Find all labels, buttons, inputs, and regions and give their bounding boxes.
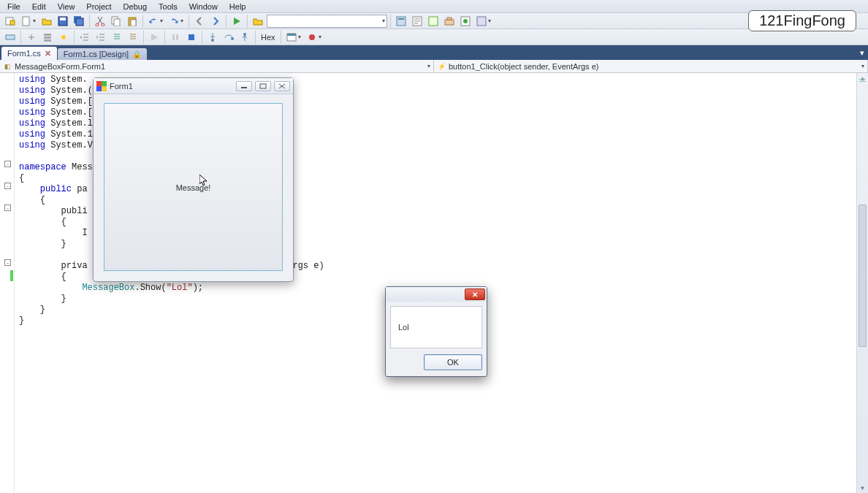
svg-rect-37 [260,84,266,88]
comment-button[interactable] [110,30,124,45]
svg-point-31 [231,37,234,40]
paste-button[interactable] [125,14,140,28]
indent-button[interactable] [94,30,108,45]
undo-dropdown[interactable]: ▾ [146,14,165,28]
tab-form1-cs[interactable]: Form1.cs ✕ [1,47,57,60]
redo-dropdown[interactable]: ▾ [167,14,186,28]
new-file-dropdown[interactable]: ▾ [19,14,38,28]
form1-titlebar[interactable]: Form1 [94,78,293,94]
member-selector[interactable]: ⚡ button1_Click(object sender, EventArgs… [434,60,868,72]
tab-label: Form1.cs [7,49,41,58]
tab-close-icon[interactable]: ✕ [45,49,51,58]
step-over-button[interactable] [221,30,236,45]
menu-edit[interactable]: Edit [26,1,52,12]
stack-icon [42,32,53,42]
method-icon: ⚡ [437,62,446,71]
statement-button[interactable] [56,30,71,45]
menu-file[interactable]: File [1,1,26,12]
document-tab-bar: Form1.cs ✕ Form1.cs [Design] 🔒 ▾ [0,45,868,60]
outdent-button[interactable] [77,30,92,45]
toolbar-main: ▾ ▾ ▾ ▾ ▾ [0,13,868,29]
menu-debug[interactable]: Debug [118,1,153,12]
start-page-icon [460,16,471,26]
breakpoints-dropdown[interactable]: ▾ [305,30,324,45]
thread-button[interactable] [24,30,39,45]
save-icon [58,16,68,26]
folder-icon [253,16,263,26]
maximize-button[interactable] [255,81,271,91]
menu-view[interactable]: View [52,1,81,12]
stop-debug-button[interactable] [184,30,199,45]
svg-rect-23 [44,34,51,36]
class-icon: ◧ [3,62,12,71]
properties-button[interactable] [410,14,425,28]
toolbar-separator [164,31,165,44]
save-all-button[interactable] [72,14,86,28]
start-page-button[interactable] [458,14,473,28]
process-list-button[interactable] [3,30,18,45]
stack-frame-button[interactable] [40,30,55,45]
nav-back-button[interactable] [192,14,207,28]
close-button[interactable] [274,81,290,91]
scroll-down-icon[interactable]: ▼ [857,483,868,493]
toolbar-debug: Hex ▾ ▾ [0,29,868,45]
find-in-files-button[interactable] [251,14,265,28]
split-handle-icon[interactable] [859,79,866,82]
pause-icon [171,33,180,42]
arrow-right-icon [210,16,221,26]
class-selector[interactable]: ◧ MessageBoxForm.Form1 ▾ [0,60,434,72]
solution-explorer-button[interactable] [394,14,408,28]
messagebox-close-button[interactable]: ✕ [465,288,485,300]
outline-toggle-icon[interactable]: - [4,259,11,266]
outline-toggle-icon[interactable]: - [4,161,11,167]
nav-fwd-button[interactable] [208,14,223,28]
copy-button[interactable] [109,14,123,28]
continue-button[interactable] [147,30,161,45]
tab-label: Form1.cs [Design] [64,50,129,58]
outline-toggle-icon[interactable]: - [4,205,11,211]
menu-help[interactable]: Help [224,1,252,12]
stop-icon [187,33,196,42]
class-selector-label: MessageBoxForm.Form1 [15,62,105,71]
extension-manager-dropdown[interactable]: ▾ [474,14,493,28]
menu-tools[interactable]: Tools [153,1,183,12]
chevron-down-icon: ▾ [427,63,430,69]
new-project-button[interactable] [3,14,18,28]
cut-button[interactable] [93,14,107,28]
svg-point-32 [243,33,246,36]
uncomment-button[interactable] [126,30,140,45]
break-all-button[interactable] [168,30,183,45]
member-selector-label: button1_Click(object sender, EventArgs e… [449,62,598,71]
svg-rect-25 [44,39,51,42]
save-button[interactable] [56,14,70,28]
undo-icon [148,16,159,26]
svg-rect-18 [447,18,452,20]
menu-project[interactable]: Project [80,1,117,12]
messagebox-titlebar[interactable]: ✕ [386,287,487,302]
find-combo[interactable]: ▾ [267,15,387,28]
output-window-dropdown[interactable]: ▾ [284,30,303,45]
step-into-button[interactable] [205,30,220,45]
scrollbar-thumb[interactable] [859,205,867,347]
vertical-scrollbar[interactable]: ▲ ▼ [856,73,868,493]
step-out-button[interactable] [237,30,252,45]
new-file-icon [21,16,31,26]
start-button[interactable] [229,14,244,28]
object-browser-button[interactable] [426,14,441,28]
step-over-icon [224,32,234,42]
watermark: 121FingFong [748,10,856,31]
tab-overflow[interactable]: ▾ [856,45,868,60]
menu-window[interactable]: Window [183,1,224,12]
toolbar-separator [255,31,256,44]
minimize-button[interactable] [236,81,252,91]
svg-rect-17 [445,20,454,25]
toolbar-separator [189,15,189,28]
statement-icon [58,32,69,42]
solution-explorer-icon [396,16,406,26]
open-button[interactable] [39,14,54,28]
form1-client-area: Message! [104,103,283,271]
outline-toggle-icon[interactable]: - [4,183,11,189]
ok-button[interactable]: OK [424,354,482,370]
toolbox-button[interactable] [442,14,457,28]
tab-form1-design[interactable]: Form1.cs [Design] 🔒 [58,48,147,60]
